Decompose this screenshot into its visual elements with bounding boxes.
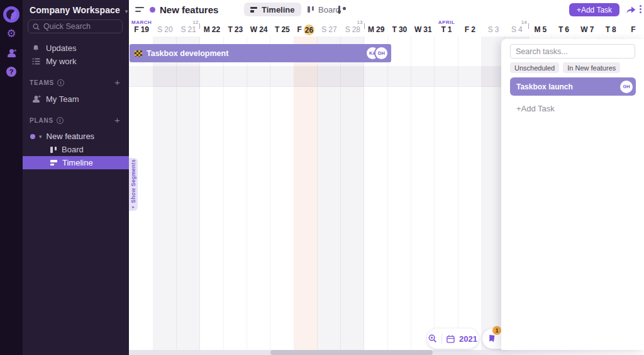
notification-badge: 1 — [492, 326, 501, 335]
app-logo-icon[interactable] — [3, 6, 19, 23]
info-icon[interactable]: i — [57, 79, 64, 86]
sidebar-item-label: My work — [46, 57, 76, 66]
task-panel-filters: UnscheduledIn New features — [510, 62, 620, 73]
timeline-icon — [50, 160, 57, 166]
date-header-day[interactable]: 14M5 — [529, 19, 552, 37]
team-icon: + — [31, 95, 40, 103]
date-header-day[interactable]: 13M29 — [365, 19, 388, 37]
day-letter: W — [250, 25, 257, 34]
day-number: 5 — [542, 25, 547, 34]
sidebar-item-board-view[interactable]: Board — [23, 143, 129, 156]
day-number: 4 — [518, 25, 523, 34]
week-number: 14 — [519, 20, 527, 25]
day-letter: S — [321, 25, 326, 34]
day-letter: M — [534, 25, 540, 34]
sidebar-item-updates[interactable]: Updates — [23, 42, 129, 55]
week-tick — [528, 23, 529, 29]
sidebar-item-plan-new-features[interactable]: ▾ New features — [23, 130, 129, 143]
day-number: 22 — [212, 25, 220, 34]
date-header-day[interactable]: MARCHF19 — [130, 19, 153, 37]
date-header-days: MARCHF19S20S2112M22T23W24T25F26S27S2813M… — [129, 19, 644, 37]
horizontal-scrollbar-thumb[interactable] — [270, 350, 433, 355]
week-tick — [199, 23, 200, 29]
chevron-down-icon[interactable]: ▾ — [39, 133, 42, 140]
app-rail: ⚙ + ? — [0, 0, 23, 355]
day-number: 27 — [328, 25, 336, 34]
flag-icon — [488, 334, 496, 343]
date-header-day[interactable]: S20 — [153, 19, 177, 37]
date-header-day[interactable]: W24 — [247, 19, 270, 37]
date-header-day[interactable]: W7 — [575, 19, 599, 37]
day-number: 8 — [612, 25, 616, 34]
day-number: 31 — [423, 25, 431, 34]
quick-search-input[interactable] — [43, 22, 113, 31]
date-header-day[interactable]: T8 — [599, 19, 623, 37]
task-search-input[interactable] — [510, 44, 635, 59]
day-letter: F — [631, 25, 635, 34]
quick-search[interactable] — [28, 20, 123, 33]
sidebar-item-my-team[interactable]: + My Team — [23, 93, 129, 106]
chevron-down-icon: ▾ — [125, 8, 128, 14]
more-options-icon[interactable] — [640, 5, 642, 14]
date-header-day[interactable]: F2 — [458, 19, 482, 37]
show-segments-tab[interactable]: Show Segments ▸ — [129, 158, 138, 211]
timeline-task-bar[interactable]: Taskbox development KADH — [130, 44, 391, 62]
list-icon — [31, 58, 40, 65]
plan-name: New features — [47, 132, 95, 141]
collapse-segments-icon[interactable] — [135, 6, 145, 13]
today-day-number: 26 — [304, 25, 314, 35]
task-panel: UnscheduledIn New features Taskbox launc… — [501, 39, 644, 350]
add-plan-button[interactable]: + — [114, 116, 120, 124]
day-number: 19 — [141, 25, 149, 34]
date-header-day[interactable]: T30 — [388, 19, 411, 37]
filter-sort-icon[interactable] — [338, 6, 345, 14]
date-header-day[interactable]: APRILT1 — [435, 19, 458, 37]
sidebar-item-label: Updates — [46, 43, 76, 53]
bell-icon — [31, 44, 40, 52]
workspace-switcher[interactable]: Company Workspace ▾ — [30, 5, 128, 15]
day-number: 28 — [352, 25, 360, 34]
date-header-day[interactable]: W31 — [411, 19, 435, 37]
date-header-day[interactable]: 12M22 — [200, 19, 223, 37]
date-header-day[interactable]: T23 — [224, 19, 247, 37]
filter-pill[interactable]: Unscheduled — [510, 62, 559, 73]
date-header-day[interactable]: S27 — [318, 19, 341, 37]
day-letter: T — [275, 25, 279, 34]
date-header-day[interactable]: F — [623, 19, 644, 37]
year-label[interactable]: 2021 — [459, 334, 477, 344]
zoom-icon[interactable] — [428, 334, 437, 343]
day-number: 25 — [281, 25, 289, 34]
help-icon[interactable]: ? — [0, 67, 23, 77]
workspace-name: Company Workspace — [30, 5, 120, 15]
app: ⚙ + ? Company Workspace ▾ Updates My wor… — [0, 0, 644, 355]
sidebar-item-my-work[interactable]: My work — [23, 55, 129, 68]
day-letter: S — [157, 25, 162, 34]
sidebar-item-label: Timeline — [62, 158, 93, 167]
sidebar-item-timeline-view[interactable]: Timeline — [23, 156, 129, 169]
day-letter: S — [488, 25, 493, 34]
day-number: 2 — [471, 25, 475, 34]
date-header-day[interactable]: T25 — [270, 19, 294, 37]
plan-color-dot — [150, 7, 155, 13]
add-task-button[interactable]: +Add Task — [569, 3, 619, 16]
add-team-button[interactable]: + — [114, 79, 120, 86]
search-icon — [33, 23, 40, 30]
info-icon[interactable]: i — [57, 117, 64, 124]
date-header-day[interactable]: S3 — [482, 19, 505, 37]
calendar-icon — [447, 335, 455, 343]
panel-add-task-button[interactable]: +Add Task — [516, 104, 555, 113]
teams-section-label: TEAMSi — [30, 79, 64, 86]
settings-icon[interactable]: ⚙ — [0, 28, 23, 39]
unscheduled-task-card[interactable]: Taskbox launch GH — [510, 77, 636, 96]
tab-timeline[interactable]: Timeline — [244, 3, 301, 16]
day-number: 30 — [399, 25, 407, 34]
day-number: 21 — [188, 25, 196, 34]
timeline-zoom-control[interactable]: 2021 — [427, 329, 479, 349]
invite-members-icon[interactable]: + — [0, 49, 23, 57]
date-header-day[interactable]: F26 — [294, 19, 318, 37]
avatar[interactable]: DH — [375, 47, 387, 59]
filter-pill[interactable]: In New features — [563, 62, 620, 73]
share-icon[interactable] — [626, 4, 636, 14]
date-header-day[interactable]: T6 — [552, 19, 575, 37]
day-number: 24 — [259, 25, 267, 34]
